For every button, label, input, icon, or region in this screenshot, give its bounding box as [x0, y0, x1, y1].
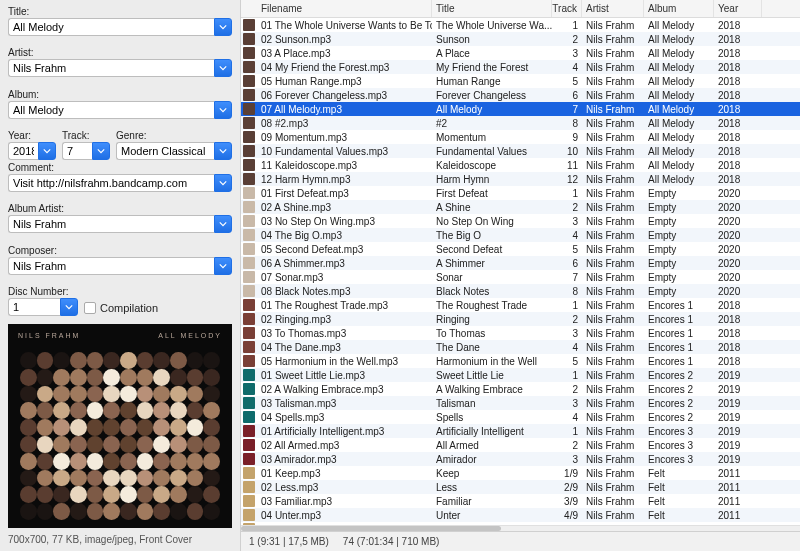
table-row[interactable]: 04 Spells.mp3Spells4Nils FrahmEncores 22… — [241, 410, 800, 424]
table-row[interactable]: 03 Amirador.mp3Amirador3Nils FrahmEncore… — [241, 452, 800, 466]
table-row[interactable]: 01 Artificially Intelligent.mp3Artificia… — [241, 424, 800, 438]
album-art[interactable]: NILS FRAHM ALL MELODY — [8, 324, 232, 528]
chevron-down-icon[interactable] — [214, 59, 232, 77]
cell-filename: 02 A Walking Embrace.mp3 — [257, 382, 432, 396]
chevron-down-icon[interactable] — [214, 101, 232, 119]
cell-album: All Melody — [644, 158, 714, 172]
cell-filename: 03 Familiar.mp3 — [257, 494, 432, 508]
cell-filename: 01 Artificially Intelligent.mp3 — [257, 424, 432, 438]
column-track[interactable]: Track — [552, 0, 582, 17]
table-row[interactable]: 11 Kaleidoscope.mp3Kaleidoscope11Nils Fr… — [241, 158, 800, 172]
cell-title: The Dane — [432, 340, 552, 354]
cell-filename: 04 Spells.mp3 — [257, 410, 432, 424]
table-row[interactable]: 05 Human Range.mp3Human Range5Nils Frahm… — [241, 74, 800, 88]
table-row[interactable]: 02 A Walking Embrace.mp3A Walking Embrac… — [241, 382, 800, 396]
table-row[interactable]: 03 A Place.mp3A Place3Nils FrahmAll Melo… — [241, 46, 800, 60]
year-combo[interactable] — [8, 142, 56, 160]
artist-input[interactable] — [8, 59, 214, 77]
table-row[interactable]: 07 Sonar.mp3Sonar7Nils FrahmEmpty2020 — [241, 270, 800, 284]
title-input[interactable] — [8, 18, 214, 36]
table-row[interactable]: 05 Harmonium in the Well.mp3Harmonium in… — [241, 354, 800, 368]
album-artist-combo[interactable] — [8, 215, 232, 233]
table-row[interactable]: 02 Ringing.mp3Ringing2Nils FrahmEncores … — [241, 312, 800, 326]
chevron-down-icon[interactable] — [214, 215, 232, 233]
table-row[interactable]: 10 Fundamental Values.mp3Fundamental Val… — [241, 144, 800, 158]
table-row[interactable]: 04 The Dane.mp3The Dane4Nils FrahmEncore… — [241, 340, 800, 354]
composer-input[interactable] — [8, 257, 214, 275]
horizontal-scrollbar[interactable] — [241, 525, 800, 531]
cell-track: 11 — [552, 158, 582, 172]
table-row[interactable]: 08 #2.mp3#28Nils FrahmAll Melody2018 — [241, 116, 800, 130]
composer-combo[interactable] — [8, 257, 232, 275]
title-combo[interactable] — [8, 18, 232, 36]
cell-track: 4 — [552, 340, 582, 354]
artist-combo[interactable] — [8, 59, 232, 77]
track-input[interactable] — [62, 142, 92, 160]
table-row[interactable]: 01 First Defeat.mp3First Defeat1Nils Fra… — [241, 186, 800, 200]
table-row[interactable]: 04 My Friend the Forest.mp3My Friend the… — [241, 60, 800, 74]
comment-input[interactable] — [8, 174, 214, 192]
cell-artist: Nils Frahm — [582, 410, 644, 424]
table-row[interactable]: 04 Unter.mp3Unter4/9Nils FrahmFelt2011 — [241, 508, 800, 522]
chevron-down-icon[interactable] — [214, 174, 232, 192]
table-row[interactable]: 08 Black Notes.mp3Black Notes8Nils Frahm… — [241, 284, 800, 298]
album-swatch-icon — [243, 509, 255, 521]
table-row[interactable]: 03 To Thomas.mp3To Thomas3Nils FrahmEnco… — [241, 326, 800, 340]
chevron-down-icon[interactable] — [214, 257, 232, 275]
column-artist[interactable]: Artist — [582, 0, 644, 17]
album-input[interactable] — [8, 101, 214, 119]
cell-track: 9 — [552, 130, 582, 144]
genre-combo[interactable] — [116, 142, 232, 160]
table-row[interactable]: 03 Familiar.mp3Familiar3/9Nils FrahmFelt… — [241, 494, 800, 508]
table-row[interactable]: 01 The Whole Universe Wants to Be Touche… — [241, 18, 800, 32]
chevron-down-icon[interactable] — [60, 298, 78, 316]
table-row[interactable]: 09 Momentum.mp3Momentum9Nils FrahmAll Me… — [241, 130, 800, 144]
table-row[interactable]: 02 A Shine.mp3A Shine2Nils FrahmEmpty202… — [241, 200, 800, 214]
cell-artist: Nils Frahm — [582, 242, 644, 256]
genre-input[interactable] — [116, 142, 214, 160]
cell-title: Talisman — [432, 396, 552, 410]
chevron-down-icon[interactable] — [38, 142, 56, 160]
cell-artist: Nils Frahm — [582, 466, 644, 480]
year-input[interactable] — [8, 142, 38, 160]
table-row[interactable]: 06 A Shimmer.mp3A Shimmer6Nils FrahmEmpt… — [241, 256, 800, 270]
table-row[interactable]: 05 Second Defeat.mp3Second Defeat5Nils F… — [241, 242, 800, 256]
comment-combo[interactable] — [8, 174, 232, 192]
compilation-checkbox[interactable] — [84, 302, 96, 314]
scrollbar-thumb[interactable] — [241, 526, 501, 531]
cell-artist: Nils Frahm — [582, 340, 644, 354]
table-row[interactable]: 03 No Step On Wing.mp3No Step On Wing3Ni… — [241, 214, 800, 228]
table-row[interactable]: 06 Forever Changeless.mp3Forever Changel… — [241, 88, 800, 102]
cell-album: All Melody — [644, 32, 714, 46]
cell-year: 2019 — [714, 382, 762, 396]
table-row[interactable]: 01 Keep.mp3Keep1/9Nils FrahmFelt2011 — [241, 466, 800, 480]
table-row[interactable]: 12 Harm Hymn.mp3Harm Hymn12Nils FrahmAll… — [241, 172, 800, 186]
table-row[interactable]: 02 Less.mp3Less2/9Nils FrahmFelt2011 — [241, 480, 800, 494]
album-swatch-icon — [243, 299, 255, 311]
chevron-down-icon[interactable] — [214, 142, 232, 160]
table-row[interactable]: 07 All Melody.mp3All Melody7Nils FrahmAl… — [241, 102, 800, 116]
album-combo[interactable] — [8, 101, 232, 119]
cell-track: 5 — [552, 242, 582, 256]
table-row[interactable]: 02 Sunson.mp3Sunson2Nils FrahmAll Melody… — [241, 32, 800, 46]
chevron-down-icon[interactable] — [92, 142, 110, 160]
table-row[interactable]: 04 The Big O.mp3The Big O4Nils FrahmEmpt… — [241, 228, 800, 242]
cell-artist: Nils Frahm — [582, 284, 644, 298]
column-title[interactable]: Title — [432, 0, 552, 17]
column-filename[interactable]: Filename — [257, 0, 432, 17]
table-row[interactable]: 01 The Roughest Trade.mp3The Roughest Tr… — [241, 298, 800, 312]
table-row[interactable]: 02 All Armed.mp3All Armed2Nils FrahmEnco… — [241, 438, 800, 452]
table-row[interactable]: 01 Sweet Little Lie.mp3Sweet Little Lie1… — [241, 368, 800, 382]
column-album[interactable]: Album — [644, 0, 714, 17]
track-combo[interactable] — [62, 142, 110, 160]
disc-input[interactable] — [8, 298, 60, 316]
column-year[interactable]: Year — [714, 0, 762, 17]
album-artist-input[interactable] — [8, 215, 214, 233]
disc-combo[interactable] — [8, 298, 78, 316]
chevron-down-icon[interactable] — [214, 18, 232, 36]
column-swatch[interactable] — [241, 0, 257, 17]
table-row[interactable]: 03 Talisman.mp3Talisman3Nils FrahmEncore… — [241, 396, 800, 410]
cell-album: Empty — [644, 256, 714, 270]
cell-filename: 04 My Friend the Forest.mp3 — [257, 60, 432, 74]
grid-body[interactable]: 01 The Whole Universe Wants to Be Touche… — [241, 18, 800, 525]
